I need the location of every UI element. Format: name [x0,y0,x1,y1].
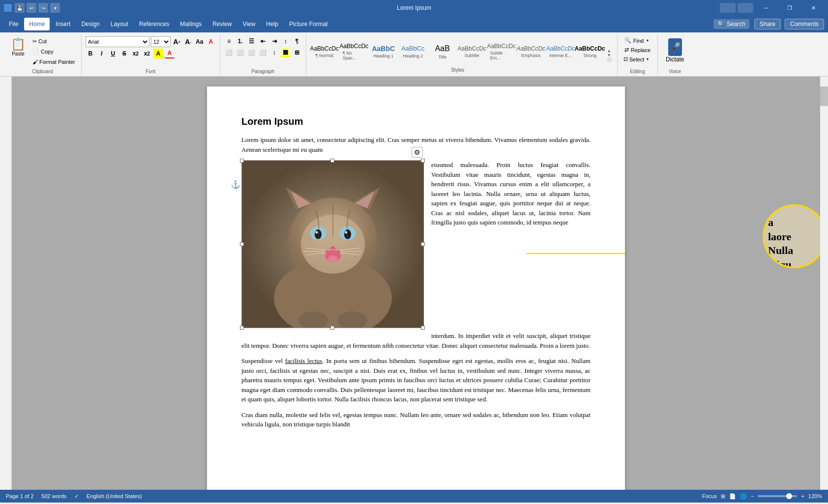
handle-top-center[interactable] [330,159,334,163]
handle-middle-left[interactable] [240,242,244,246]
change-case-button[interactable]: Aa [195,37,205,47]
copy-button[interactable]: 📄 Copy [30,47,77,56]
font-group: Arial 12 A+ A- Aa A B I U S x2 x2 A A [82,34,220,76]
zoom-in-button[interactable]: + [801,493,804,499]
handle-bottom-right[interactable] [421,326,425,330]
strikethrough-button[interactable]: S [119,49,129,58]
layout-view-button[interactable]: ⊞ [721,493,725,500]
style-subtitle[interactable]: AaBbCcDc Subtitle [458,36,486,67]
link-facilisis-lectus[interactable]: facilisis lectus [285,357,323,364]
bullets-button[interactable]: ≡ [224,36,234,46]
minimize-button[interactable]: ─ [755,0,777,16]
redo-button[interactable]: ↪ [38,3,48,13]
paste-button[interactable]: 📋 Paste [8,36,29,58]
sort-button[interactable]: ↕ [281,36,291,46]
handle-bottom-center[interactable] [330,326,334,330]
subscript-button[interactable]: x2 [131,49,141,58]
style-strong[interactable]: AaBbCcDc Strong [576,36,604,67]
borders-button[interactable]: ⊞ [292,48,302,57]
zoom-slider[interactable] [758,495,797,497]
document-main[interactable]: ⚓ Lorem Ipsum Lorem ipsum dolor sit amet… [12,77,820,490]
align-right-button[interactable]: ⬜ [247,48,257,57]
menu-layout[interactable]: Layout [106,18,133,30]
style-emphasis[interactable]: AaBbCcDc Emphasis [517,36,545,67]
menu-review[interactable]: Review [207,18,237,30]
customize-button[interactable]: ▾ [50,3,60,13]
styles-scroll[interactable]: ▲ ▼ ⬜ [605,49,613,62]
style-intense-em[interactable]: AaBbCcDc Intense E... [546,36,575,67]
layout-options-icon[interactable]: ⚙ [412,147,423,158]
menu-home[interactable]: Home [24,18,50,30]
ribbon-search[interactable] [720,3,736,13]
style-strong-preview: AaBbCcDc [575,45,605,52]
increase-indent-button[interactable]: ⇥ [269,36,279,46]
web-layout-button[interactable]: 🌐 [740,493,747,500]
align-center-button[interactable]: ⬜ [236,48,245,57]
dictate-button[interactable]: 🎤 Dictate [662,36,688,65]
numbering-button[interactable]: 1. [236,36,245,46]
align-left-button[interactable]: ⬜ [224,48,234,57]
grow-font-button[interactable]: A+ [172,37,182,47]
text-color-button[interactable]: A [165,49,175,58]
style-normal[interactable]: AaBbCcDc ¶ Normal [310,36,339,67]
focus-button[interactable]: Focus [702,493,717,499]
font-name-select[interactable]: Arial [86,36,149,47]
scroll-bar-right[interactable] [820,77,828,490]
style-subtitle-label: Subtitle [465,53,479,58]
font-content: Arial 12 A+ A- Aa A B I U S x2 x2 A A [86,34,216,69]
zoom-thumb[interactable] [786,493,792,499]
select-label: Select [629,56,645,62]
restore-button[interactable]: ❐ [779,0,800,16]
underline-button[interactable]: U [108,49,118,58]
superscript-button[interactable]: x2 [142,49,152,58]
handle-top-right[interactable] [421,159,425,163]
select-button[interactable]: ⊡ Select ▾ [621,55,651,63]
multilevel-button[interactable]: ☰ [247,36,257,46]
menu-insert[interactable]: Insert [51,18,75,30]
page-info: Page 1 of 2 [6,493,33,499]
menu-design[interactable]: Design [76,18,104,30]
handle-top-left[interactable] [240,159,244,163]
ribbon-toggle[interactable] [738,3,753,13]
zoom-out-button[interactable]: − [751,493,754,499]
menu-mailings[interactable]: Mailings [175,18,207,30]
format-painter-button[interactable]: 🖌 Format Painter [30,57,77,67]
menu-help[interactable]: Help [261,18,283,30]
close-button[interactable]: ✕ [802,0,824,16]
justify-button[interactable]: ⬜ [258,48,268,57]
decrease-indent-button[interactable]: ⇤ [258,36,268,46]
style-title-label: Title [438,55,446,59]
handle-middle-right[interactable] [421,242,425,246]
font-size-select[interactable]: 12 [151,36,171,47]
menu-picture-format[interactable]: Picture Format [284,18,333,30]
search-area[interactable]: 🔍 Search [713,19,749,29]
shrink-font-button[interactable]: A- [183,37,193,47]
shading-button[interactable]: ▦ [281,48,291,57]
print-layout-button[interactable]: 📄 [729,493,736,500]
image-container[interactable]: ⚙ [241,160,423,328]
save-button[interactable]: 💾 [15,3,25,13]
comments-button[interactable]: Comments [785,19,824,29]
undo-button[interactable]: ↩ [27,3,36,13]
menu-file[interactable]: File [4,18,23,30]
menu-view[interactable]: View [238,18,261,30]
find-button[interactable]: 🔍 Find ▾ [621,36,651,45]
scroll-thumb[interactable] [820,86,828,106]
share-button[interactable]: Share [754,19,781,29]
style-heading2[interactable]: AaBbCc Heading 2 [399,36,427,67]
show-hide-button[interactable]: ¶ [292,36,302,46]
line-spacing-button[interactable]: ↕ [269,48,279,57]
style-heading1[interactable]: AaBbC Heading 1 [369,36,398,67]
bold-button[interactable]: B [86,49,95,58]
style-title[interactable]: AaB Title [428,36,457,67]
italic-button[interactable]: I [97,49,107,58]
menu-references[interactable]: References [134,18,174,30]
replace-button[interactable]: ⇄ Replace [621,46,653,54]
clear-formatting-button[interactable]: A [206,37,216,47]
style-subtle-em-preview: AaBbCcDc [487,43,516,50]
cut-button[interactable]: ✂ Cut [30,36,77,46]
handle-bottom-left[interactable] [240,326,244,330]
style-no-space[interactable]: AaBbCcDc ¶ No Spac... [340,36,368,67]
style-subtle-em[interactable]: AaBbCcDc Subtle Em... [487,36,516,67]
text-highlight-button[interactable]: A [153,49,163,58]
